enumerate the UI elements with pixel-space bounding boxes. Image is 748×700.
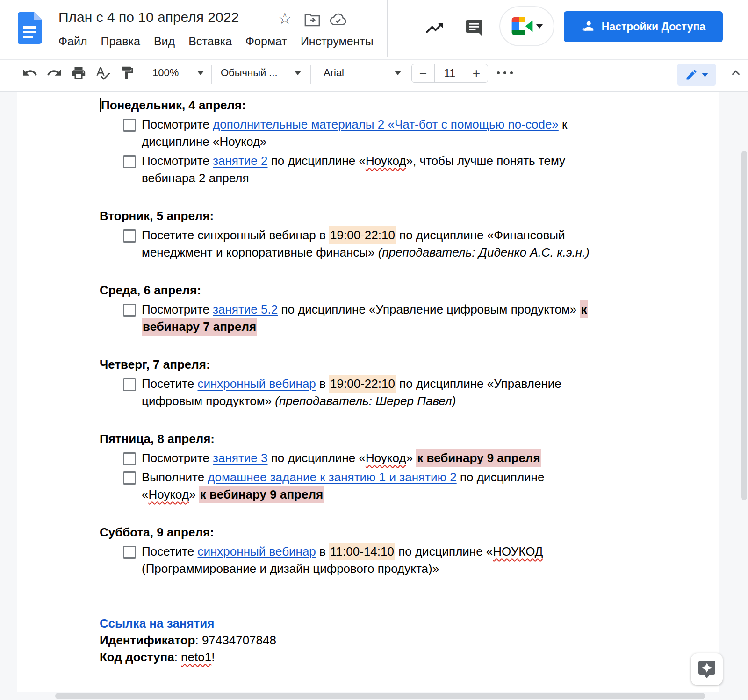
text-run: » bbox=[189, 487, 199, 501]
day-section: Вторник, 5 апреля:Посетите синхронный ве… bbox=[17, 207, 719, 261]
comment-icon[interactable] bbox=[463, 17, 485, 39]
share-settings-button[interactable]: Настройки Доступа bbox=[564, 11, 723, 42]
app-header: План с 4 по 10 апреля 2022 ☆ Файл Правка… bbox=[0, 0, 748, 59]
google-docs-icon[interactable] bbox=[18, 12, 42, 44]
explore-sparkle-icon bbox=[698, 659, 716, 679]
paragraph-style-select[interactable]: Обычный ... bbox=[221, 63, 301, 83]
task-checkbox[interactable] bbox=[123, 119, 136, 132]
decrease-font-size-button[interactable]: − bbox=[412, 64, 434, 82]
text-run: менеджмент и корпоративные финансы» bbox=[142, 245, 378, 259]
font-family-value: Arial bbox=[324, 67, 344, 79]
text-run: « bbox=[142, 487, 148, 501]
meet-dropdown-caret bbox=[536, 24, 543, 29]
text-run: по дисциплине « bbox=[268, 451, 366, 465]
italic-text: (преподаватель: Шерер Павел) bbox=[275, 394, 456, 408]
toolbar-divider bbox=[144, 65, 144, 84]
day-heading: Суббота, 9 апреля: bbox=[100, 524, 719, 541]
menu-format[interactable]: Формат bbox=[245, 35, 287, 51]
text-run: Посетите bbox=[142, 377, 197, 391]
day-heading: Вторник, 5 апреля: bbox=[100, 207, 719, 225]
task-line: вебинару 7 апреля bbox=[17, 318, 719, 336]
chevron-down-icon bbox=[197, 71, 204, 75]
increase-font-size-button[interactable]: + bbox=[465, 64, 488, 82]
editing-mode-button[interactable] bbox=[677, 64, 716, 86]
more-options-button[interactable] bbox=[495, 63, 515, 83]
zoom-select[interactable]: 100% bbox=[152, 63, 204, 83]
vertical-scrollbar-thumb[interactable] bbox=[741, 151, 747, 500]
bold-label: Идентификатор bbox=[100, 633, 195, 647]
day-heading: Среда, 6 апреля: bbox=[100, 282, 719, 299]
highlighted-note: к вебинару 9 апреля bbox=[199, 486, 324, 503]
chevron-up-icon bbox=[728, 65, 744, 81]
print-button[interactable] bbox=[68, 63, 89, 83]
horizontal-scrollbar-thumb[interactable] bbox=[55, 693, 705, 699]
menu-file[interactable]: Файл bbox=[58, 35, 87, 51]
task-checkbox[interactable] bbox=[123, 546, 136, 559]
chevron-down-icon bbox=[702, 73, 708, 77]
move-to-folder-icon[interactable] bbox=[304, 12, 321, 28]
misspelled-text: Ноукод bbox=[148, 487, 189, 501]
inline-link[interactable]: занятие 3 bbox=[213, 451, 267, 465]
highlighted-note: к вебинару 9 апреля bbox=[416, 449, 541, 467]
task-checkbox[interactable] bbox=[123, 229, 136, 243]
font-size-value[interactable]: 11 bbox=[434, 64, 465, 82]
task-checkbox[interactable] bbox=[123, 471, 136, 485]
inline-link[interactable]: Ссылка на занятия bbox=[100, 616, 215, 630]
task-item: Посетите синхронный вебинар в 19:00-22:1… bbox=[17, 227, 719, 261]
day-section: Среда, 6 апреля:Посмотрите занятие 5.2 п… bbox=[17, 282, 719, 336]
text-run: в bbox=[316, 377, 329, 391]
bold-label: Код доступа bbox=[100, 650, 174, 664]
task-item: Выполните домашнее задание к занятию 1 и… bbox=[17, 469, 719, 503]
task-line: дисциплине «Ноукод» bbox=[17, 133, 719, 150]
task-line: Посмотрите занятие 2 по дисциплине «Ноук… bbox=[17, 152, 719, 170]
text-run: по дисциплине «Управление цифровым проду… bbox=[278, 302, 580, 316]
spellcheck-button[interactable] bbox=[93, 63, 113, 83]
task-checkbox[interactable] bbox=[123, 155, 136, 168]
text-run: по дисциплине «Финансовый bbox=[396, 228, 565, 242]
footer-line: Код доступа: neto1! bbox=[100, 649, 719, 665]
chevron-down-icon bbox=[295, 71, 301, 75]
task-line: «Ноукод» к вебинару 9 апреля bbox=[17, 486, 719, 503]
toolbar-divider bbox=[310, 65, 311, 84]
day-section: Суббота, 9 апреля:Посетите синхронный ве… bbox=[17, 524, 719, 578]
task-checkbox[interactable] bbox=[123, 452, 136, 465]
star-icon[interactable]: ☆ bbox=[278, 10, 292, 26]
paint-format-button[interactable] bbox=[117, 63, 137, 83]
inline-link[interactable]: домашнее задание к занятию 1 и занятию 2 bbox=[208, 470, 456, 484]
task-item: Посмотрите занятие 2 по дисциплине «Ноук… bbox=[17, 152, 719, 187]
inline-link[interactable]: синхронный вебинар bbox=[197, 377, 316, 391]
text-run: по дисциплине « bbox=[268, 154, 366, 168]
text-run: вебинара 2 апреля bbox=[142, 171, 249, 185]
menu-edit[interactable]: Правка bbox=[101, 35, 140, 51]
task-line: Посетите синхронный вебинар в 11:00-14:1… bbox=[17, 543, 719, 560]
task-checkbox[interactable] bbox=[123, 378, 136, 391]
text-run: Посетите синхронный вебинар в bbox=[142, 228, 329, 242]
task-checkbox[interactable] bbox=[123, 304, 136, 317]
inline-link[interactable]: дополнительные материалы 2 «Чат-бот с по… bbox=[213, 117, 559, 131]
font-family-select[interactable]: Arial bbox=[324, 63, 401, 83]
task-item: Посмотрите дополнительные материалы 2 «Ч… bbox=[17, 116, 719, 150]
activity-trend-icon[interactable] bbox=[423, 17, 446, 39]
day-heading: Пятница, 8 апреля: bbox=[100, 430, 719, 448]
more-horiz-icon bbox=[497, 71, 513, 74]
text-run: » bbox=[406, 451, 417, 465]
undo-button[interactable] bbox=[20, 63, 40, 83]
inline-link[interactable]: занятие 2 bbox=[213, 154, 267, 168]
inline-link[interactable]: занятие 5.2 bbox=[213, 302, 278, 316]
text-run: по дисциплине bbox=[457, 470, 545, 484]
menu-tools[interactable]: Инструменты bbox=[301, 35, 374, 51]
menu-insert[interactable]: Вставка bbox=[188, 35, 232, 51]
italic-text: (преподаватель: Диденко А.С. к.э.н.) bbox=[378, 245, 590, 259]
highlighted-note: вебинару 7 апреля bbox=[142, 318, 257, 336]
redo-button[interactable] bbox=[44, 63, 65, 83]
inline-link[interactable]: синхронный вебинар bbox=[197, 544, 316, 558]
task-line: Посмотрите занятие 5.2 по дисциплине «Уп… bbox=[17, 301, 719, 318]
menu-view[interactable]: Вид bbox=[154, 35, 175, 51]
collapse-toolbar-button[interactable] bbox=[726, 63, 746, 83]
document-title[interactable]: План с 4 по 10 апреля 2022 bbox=[58, 9, 239, 25]
explore-button[interactable] bbox=[691, 653, 723, 685]
meet-button[interactable] bbox=[499, 6, 554, 46]
header-divider bbox=[387, 0, 388, 57]
zoom-value: 100% bbox=[152, 67, 179, 79]
text-run: (Программирование и дизайн цифрового про… bbox=[142, 562, 439, 576]
